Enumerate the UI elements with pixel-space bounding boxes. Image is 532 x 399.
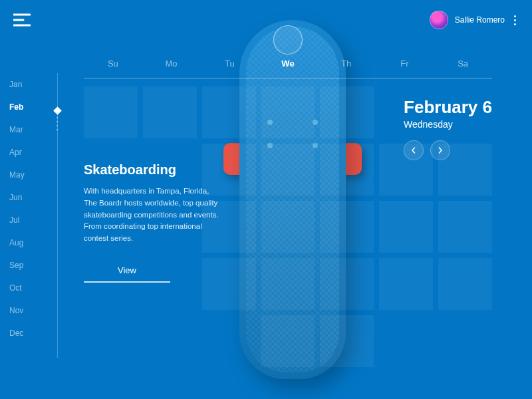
calendar-cell[interactable] (261, 201, 315, 253)
month-item-apr[interactable]: Apr (9, 141, 63, 164)
calendar-cell[interactable] (438, 201, 492, 253)
event-title: Skateboarding (84, 162, 223, 178)
calendar-cell[interactable] (320, 86, 374, 138)
month-item-may[interactable]: May (9, 164, 63, 186)
event-description: With headquarters in Tampa, Florida, The… (84, 186, 223, 245)
calendar-cell (143, 315, 197, 367)
user-name: Sallie Romero (455, 15, 505, 25)
calendar-cell[interactable] (438, 258, 492, 310)
calendar-cell[interactable] (202, 86, 256, 138)
calendar-cell (438, 315, 492, 367)
month-item-aug[interactable]: Aug (9, 231, 63, 254)
calendar-cell[interactable] (261, 315, 315, 367)
day-header-th[interactable]: Th (317, 56, 376, 71)
calendar-cell[interactable] (320, 144, 374, 196)
day-header-tu[interactable]: Tu (200, 56, 259, 71)
menu-icon[interactable] (13, 13, 31, 27)
date-panel: February 6 Wednesday (404, 97, 492, 160)
selected-date: February 6 (404, 97, 492, 118)
calendar-cell[interactable] (320, 201, 374, 253)
view-button[interactable]: View (84, 259, 170, 283)
calendar-cell[interactable] (261, 258, 315, 310)
month-item-mar[interactable]: Mar (9, 118, 63, 141)
calendar-cell[interactable] (84, 86, 138, 138)
month-item-jul[interactable]: Jul (9, 209, 63, 231)
month-item-nov[interactable]: Nov (9, 299, 63, 322)
calendar-cell (202, 315, 256, 367)
day-header-sa[interactable]: Sa (434, 56, 492, 71)
calendar-cell[interactable] (320, 258, 374, 310)
month-item-jan[interactable]: Jan (9, 73, 63, 96)
month-item-dec[interactable]: Dec (9, 322, 63, 344)
calendar-cell[interactable] (261, 86, 315, 138)
selected-weekday: Wednesday (404, 119, 492, 130)
calendar-cell[interactable] (320, 315, 374, 367)
day-header-mo[interactable]: Mo (142, 56, 201, 71)
day-header-we[interactable]: We (259, 56, 317, 71)
calendar-cell[interactable] (379, 258, 433, 310)
avatar[interactable] (430, 11, 448, 29)
prev-day-button[interactable] (404, 140, 424, 160)
calendar-cell (379, 315, 433, 367)
calendar-cell[interactable] (261, 144, 315, 196)
month-item-feb[interactable]: Feb (9, 96, 63, 118)
month-item-oct[interactable]: Oct (9, 277, 63, 299)
month-item-sep[interactable]: Sep (9, 254, 63, 277)
event-panel: Skateboarding With headquarters in Tampa… (84, 162, 223, 283)
day-header-su[interactable]: Su (84, 56, 142, 71)
calendar-cell (84, 315, 138, 367)
next-day-button[interactable] (430, 140, 450, 160)
month-rail: JanFebMarAprMayJunJulAugSepOctNovDec (9, 73, 63, 344)
more-icon[interactable] (511, 13, 519, 28)
calendar-cell[interactable] (143, 86, 197, 138)
calendar-cell[interactable] (379, 201, 433, 253)
month-item-jun[interactable]: Jun (9, 186, 63, 209)
day-header-fr[interactable]: Fr (376, 56, 434, 71)
